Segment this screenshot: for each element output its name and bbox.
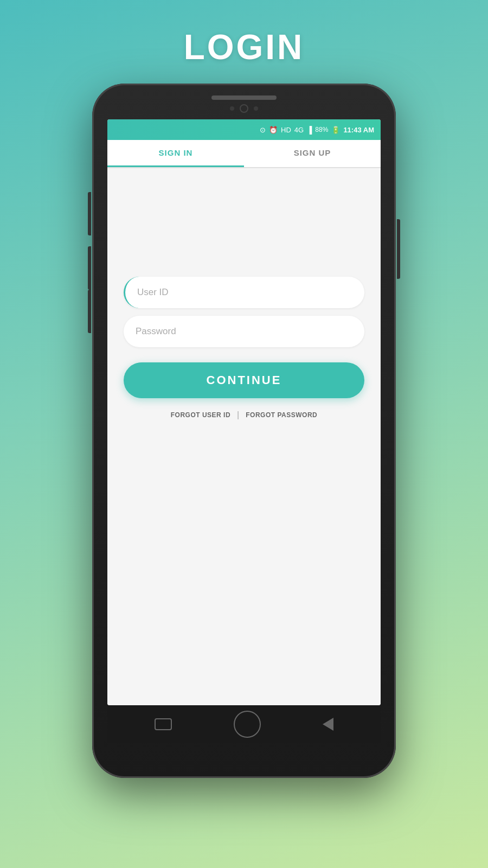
forgot-password-link[interactable]: FORGOT PASSWORD [246,411,317,419]
home-button[interactable] [234,711,261,738]
password-input[interactable] [124,316,364,347]
location-icon: ⊙ [260,126,266,134]
page-title: LOGIN [184,27,305,67]
tabs-container: SIGN IN SIGN UP [107,140,381,168]
tab-sign-in[interactable]: SIGN IN [107,140,244,167]
status-bar: ⊙ ⏰ HD 4G ▐ 88% 🔋 11:43 AM [107,119,381,140]
screen: ⊙ ⏰ HD 4G ▐ 88% 🔋 11:43 AM SIGN IN SIGN … [107,119,381,705]
battery-percent: 88% [315,126,328,133]
sensor [230,106,234,111]
forgot-links: FORGOT USER ID | FORGOT PASSWORD [171,410,317,420]
tab-sign-up[interactable]: SIGN UP [244,140,381,167]
speaker [211,95,277,100]
main-content: CONTINUE FORGOT USER ID | FORGOT PASSWOR… [107,168,381,705]
front-camera [240,104,248,113]
clock: 11:43 AM [343,126,374,134]
camera-area [230,104,258,113]
sensor2 [254,106,258,111]
battery-icon: 🔋 [331,126,340,134]
recent-apps-button[interactable] [155,718,172,730]
forgot-user-id-link[interactable]: FORGOT USER ID [171,411,230,419]
alarm-icon: ⏰ [269,126,278,134]
continue-button[interactable]: CONTINUE [124,362,364,398]
links-divider: | [237,410,239,420]
user-id-input[interactable] [124,277,364,308]
phone-shell: ⊙ ⏰ HD 4G ▐ 88% 🔋 11:43 AM SIGN IN SIGN … [92,84,396,778]
hd-label: HD [281,126,291,134]
bottom-nav-bar [107,705,381,743]
back-button[interactable] [323,718,333,731]
network-icon: 4G [294,126,304,134]
signal-bars: ▐ [307,126,312,134]
